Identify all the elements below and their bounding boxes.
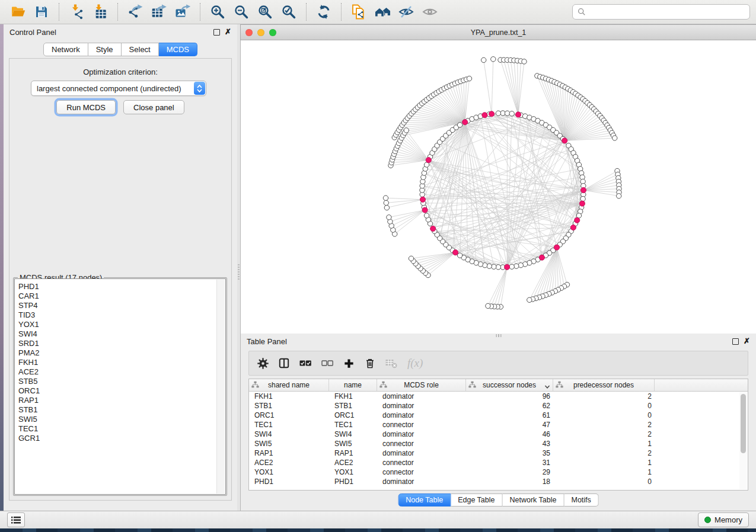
- minimize-window-icon[interactable]: [257, 29, 264, 36]
- column-header-name[interactable]: name: [329, 379, 377, 391]
- network-node[interactable]: [496, 111, 500, 116]
- list-item[interactable]: FKH1: [18, 358, 216, 367]
- network-node[interactable]: [492, 264, 496, 269]
- close-window-icon[interactable]: [245, 29, 253, 36]
- table-cell[interactable]: ACE2: [249, 458, 329, 467]
- network-node[interactable]: [613, 136, 617, 140]
- list-item[interactable]: ACE2: [18, 367, 216, 377]
- float-table-panel-icon[interactable]: [732, 338, 739, 345]
- table-cell[interactable]: FKH1: [249, 392, 329, 401]
- list-item[interactable]: TEC1: [18, 424, 216, 434]
- table-cell[interactable]: YOX1: [329, 467, 377, 477]
- network-node[interactable]: [527, 297, 532, 302]
- list-item[interactable]: SWI4: [18, 329, 216, 339]
- table-cell[interactable]: 2: [553, 448, 655, 458]
- table-cell[interactable]: STB1: [249, 401, 329, 411]
- memory-button[interactable]: Memory: [698, 512, 749, 527]
- network-node[interactable]: [617, 194, 621, 198]
- float-panel-icon[interactable]: [213, 29, 220, 36]
- select-all-columns-button[interactable]: [299, 360, 311, 367]
- settings-button[interactable]: [257, 358, 269, 369]
- network-node[interactable]: [384, 200, 388, 205]
- dominator-node[interactable]: [462, 120, 468, 125]
- table-row[interactable]: YOX1YOX1connector291: [249, 467, 748, 477]
- zoom-selected-button[interactable]: [279, 2, 299, 21]
- network-node[interactable]: [487, 264, 492, 268]
- tab-mcds[interactable]: MCDS: [159, 43, 197, 56]
- table-cell[interactable]: 2: [553, 392, 655, 401]
- list-item[interactable]: TID3: [18, 310, 216, 320]
- list-item[interactable]: STB1: [18, 405, 216, 415]
- add-column-button[interactable]: [343, 358, 355, 369]
- table-cell[interactable]: 2: [553, 420, 655, 430]
- optimization-criterion-select[interactable]: largest connected component (undirected): [31, 81, 206, 96]
- dominator-node[interactable]: [539, 255, 544, 260]
- table-cell[interactable]: dominator: [377, 430, 466, 439]
- network-node[interactable]: [409, 256, 413, 261]
- network-node[interactable]: [518, 263, 523, 268]
- network-node[interactable]: [486, 303, 490, 308]
- table-cell[interactable]: SWI4: [329, 430, 377, 439]
- network-node[interactable]: [509, 264, 514, 269]
- zoom-fit-button[interactable]: [255, 2, 275, 21]
- table-cell[interactable]: connector: [377, 467, 466, 477]
- open-file-button[interactable]: [8, 2, 28, 21]
- list-item[interactable]: STB5: [18, 377, 216, 386]
- close-panel-button[interactable]: Close panel: [123, 100, 184, 114]
- table-scrollbar[interactable]: [739, 392, 747, 489]
- list-item[interactable]: PHD1: [18, 282, 216, 291]
- table-row[interactable]: ORC1ORC1dominator610: [249, 411, 748, 420]
- table-cell[interactable]: 43: [466, 439, 553, 448]
- network-node[interactable]: [522, 59, 527, 64]
- export-network-button[interactable]: [125, 2, 145, 21]
- network-node[interactable]: [404, 128, 409, 133]
- table-cell[interactable]: STB1: [329, 401, 377, 411]
- show-all-button[interactable]: [420, 2, 440, 21]
- list-item[interactable]: RAP1: [18, 396, 216, 405]
- table-cell[interactable]: TEC1: [249, 420, 329, 430]
- export-image-button[interactable]: [173, 2, 193, 21]
- column-header-predecessor-nodes[interactable]: predecessor nodes: [553, 379, 655, 391]
- dominator-node[interactable]: [489, 111, 495, 117]
- maximize-window-icon[interactable]: [269, 29, 276, 36]
- table-cell[interactable]: 1: [553, 458, 655, 467]
- list-item[interactable]: YOX1: [18, 320, 216, 329]
- close-panel-icon[interactable]: ✗: [225, 29, 231, 35]
- dominator-node[interactable]: [570, 225, 576, 230]
- dominator-node[interactable]: [580, 187, 586, 193]
- table-cell[interactable]: 61: [466, 411, 553, 420]
- zoom-out-button[interactable]: [231, 2, 251, 21]
- table-cell[interactable]: 1: [553, 467, 655, 477]
- table-cell[interactable]: connector: [377, 458, 466, 467]
- export-table-button[interactable]: [149, 2, 169, 21]
- list-item[interactable]: SWI5: [18, 415, 216, 424]
- save-session-button[interactable]: [31, 2, 52, 21]
- dominator-node[interactable]: [426, 158, 431, 163]
- table-cell[interactable]: dominator: [377, 392, 466, 401]
- table-cell[interactable]: PHD1: [329, 477, 377, 486]
- list-item[interactable]: SRD1: [18, 339, 216, 348]
- network-node[interactable]: [424, 213, 429, 218]
- table-cell[interactable]: dominator: [377, 411, 466, 420]
- table-cell[interactable]: 0: [553, 411, 655, 420]
- table-cell[interactable]: TEC1: [329, 420, 377, 430]
- table-cell[interactable]: RAP1: [249, 448, 329, 458]
- column-header-successor-nodes[interactable]: successor nodes: [466, 379, 553, 391]
- table-row[interactable]: RAP1RAP1dominator352: [249, 448, 748, 458]
- run-mcds-button[interactable]: Run MCDS: [56, 100, 116, 114]
- table-cell[interactable]: YOX1: [249, 467, 329, 477]
- network-node[interactable]: [491, 57, 496, 62]
- table-row[interactable]: TEC1TEC1connector472: [249, 420, 748, 430]
- tab-edge-table[interactable]: Edge Table: [451, 493, 502, 507]
- table-cell[interactable]: dominator: [377, 477, 466, 486]
- list-item[interactable]: ORC1: [18, 386, 216, 396]
- search-field[interactable]: [572, 4, 750, 20]
- table-row[interactable]: SWI4SWI4dominator462: [249, 430, 748, 439]
- hide-selected-button[interactable]: [396, 2, 416, 21]
- table-cell[interactable]: connector: [377, 439, 466, 448]
- import-network-button[interactable]: [66, 2, 87, 21]
- table-row[interactable]: FKH1FKH1dominator962: [249, 392, 748, 401]
- table-cell[interactable]: 2: [553, 430, 655, 439]
- close-table-panel-icon[interactable]: ✗: [744, 338, 750, 344]
- dominator-node[interactable]: [562, 138, 567, 143]
